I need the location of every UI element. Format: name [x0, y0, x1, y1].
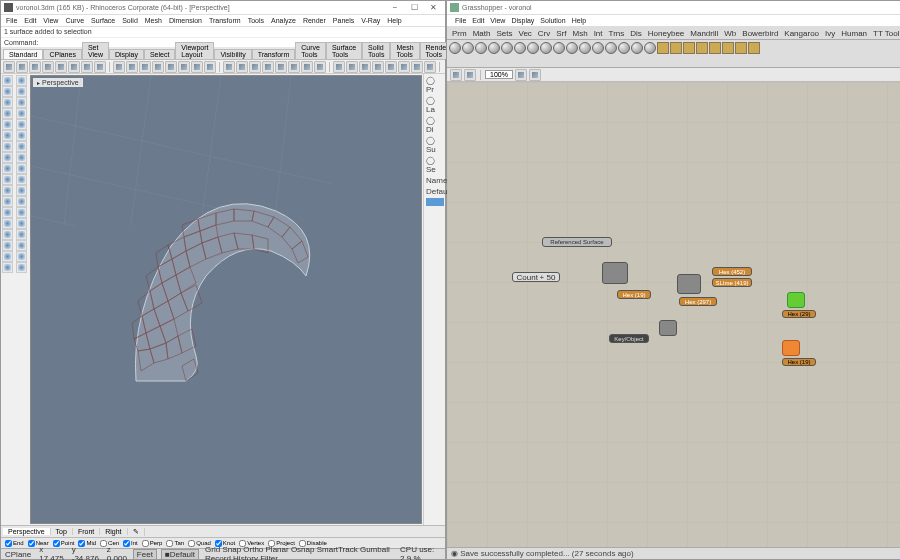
menu-tools[interactable]: Tools: [245, 17, 267, 24]
component-tab[interactable]: Honeybee: [645, 28, 687, 39]
panel-toggle[interactable]: ◯ Su: [426, 136, 443, 154]
node-preview-green[interactable]: [787, 292, 805, 308]
toolbar-tab[interactable]: Display: [109, 49, 144, 59]
component-icon[interactable]: [618, 42, 630, 54]
component-tab[interactable]: Sets: [493, 28, 515, 39]
component-icon[interactable]: [722, 42, 734, 54]
panel-toggle[interactable]: ◯ Se: [426, 156, 443, 174]
gh-canvas[interactable]: Referenced Surface Count + 50 Hex (19) H…: [447, 82, 900, 547]
component-icon[interactable]: [748, 42, 760, 54]
tool-icon[interactable]: [2, 262, 13, 273]
tool-icon[interactable]: [2, 207, 13, 218]
node-key-object[interactable]: Key/Object: [609, 334, 649, 343]
component-tab[interactable]: Msh: [570, 28, 591, 39]
tool-icon[interactable]: [16, 185, 27, 196]
tool-icon[interactable]: [2, 218, 13, 229]
panel-toggle[interactable]: ◯ La: [426, 96, 443, 114]
toolbar-icon[interactable]: [398, 61, 410, 73]
node-referenced-surface[interactable]: Referenced Surface: [542, 237, 612, 247]
component-tab[interactable]: Int: [591, 28, 606, 39]
component-tab[interactable]: Math: [470, 28, 494, 39]
tool-icon[interactable]: [16, 218, 27, 229]
component-icon[interactable]: [449, 42, 461, 54]
toolbar-icon[interactable]: [385, 61, 397, 73]
viewport-tab[interactable]: Perspective: [3, 528, 51, 535]
tool-icon[interactable]: [2, 229, 13, 240]
component-icon[interactable]: [631, 42, 643, 54]
component-icon[interactable]: [592, 42, 604, 54]
toolbar-icon[interactable]: [275, 61, 287, 73]
node-voronoi[interactable]: [677, 274, 701, 294]
component-tab[interactable]: Prm: [449, 28, 470, 39]
menu-help[interactable]: Help: [569, 17, 589, 24]
tool-icon[interactable]: [16, 108, 27, 119]
tool-icon[interactable]: [16, 251, 27, 262]
tool-icon[interactable]: [2, 240, 13, 251]
menu-mesh[interactable]: Mesh: [142, 17, 165, 24]
component-icon[interactable]: [553, 42, 565, 54]
tool-icon[interactable]: [16, 130, 27, 141]
component-tab[interactable]: Dis: [627, 28, 645, 39]
maximize-button[interactable]: ☐: [405, 3, 423, 13]
menu-solution[interactable]: Solution: [537, 17, 568, 24]
viewport-tab[interactable]: Top: [51, 528, 73, 535]
add-viewport-icon[interactable]: ✎: [128, 528, 145, 536]
component-icon[interactable]: [670, 42, 682, 54]
osnap-perp[interactable]: Perp: [140, 540, 165, 547]
menu-transform[interactable]: Transform: [206, 17, 244, 24]
component-tab[interactable]: Human: [838, 28, 870, 39]
viewport-tab[interactable]: Front: [73, 528, 100, 535]
toolbar-icon[interactable]: [42, 61, 54, 73]
tool-icon[interactable]: [2, 108, 13, 119]
open-icon[interactable]: [464, 69, 476, 81]
node-panel-r2[interactable]: Hex (19): [782, 358, 816, 366]
menu-edit[interactable]: Edit: [469, 17, 487, 24]
component-icon[interactable]: [735, 42, 747, 54]
tool-icon[interactable]: [2, 130, 13, 141]
panel-toggle[interactable]: ◯ Di: [426, 116, 443, 134]
component-icon[interactable]: [605, 42, 617, 54]
menu-file[interactable]: File: [452, 17, 469, 24]
menu-edit[interactable]: Edit: [21, 17, 39, 24]
toolbar-icon[interactable]: [191, 61, 203, 73]
component-icon[interactable]: [462, 42, 474, 54]
toolbar-icon[interactable]: [139, 61, 151, 73]
menu-dimension[interactable]: Dimension: [166, 17, 205, 24]
component-tab[interactable]: Kangaroo: [781, 28, 822, 39]
tool-icon[interactable]: [16, 119, 27, 130]
tool-icon[interactable]: [16, 229, 27, 240]
toolbar-tab[interactable]: Mesh Tools: [390, 42, 419, 59]
component-icon[interactable]: [683, 42, 695, 54]
toolbar-icon[interactable]: [288, 61, 300, 73]
toolbar-icon[interactable]: [68, 61, 80, 73]
component-icon[interactable]: [579, 42, 591, 54]
tool-icon[interactable]: [16, 196, 27, 207]
save-icon[interactable]: [450, 69, 462, 81]
component-icon[interactable]: [501, 42, 513, 54]
preview-icon[interactable]: [515, 69, 527, 81]
tool-icon[interactable]: [2, 185, 13, 196]
menu-view[interactable]: View: [40, 17, 61, 24]
status-units[interactable]: Feet: [133, 549, 157, 560]
tool-icon[interactable]: [16, 262, 27, 273]
menu-help[interactable]: Help: [384, 17, 404, 24]
toolbar-icon[interactable]: [424, 61, 436, 73]
component-tab[interactable]: Vec: [515, 28, 534, 39]
toolbar-icon[interactable]: [178, 61, 190, 73]
toolbar-icon[interactable]: [346, 61, 358, 73]
toolbar-tab[interactable]: Transform: [252, 49, 296, 59]
voronoi-surface[interactable]: [126, 191, 336, 391]
status-layer[interactable]: ■Default: [161, 549, 199, 560]
node-component-mid[interactable]: [659, 320, 677, 336]
toolbar-tab[interactable]: Viewport Layout: [175, 42, 214, 59]
tool-icon[interactable]: [16, 86, 27, 97]
node-panel-3[interactable]: Hex (452): [712, 267, 752, 276]
tool-icon[interactable]: [2, 196, 13, 207]
toolbar-icon[interactable]: [249, 61, 261, 73]
component-icon[interactable]: [488, 42, 500, 54]
node-populate[interactable]: [602, 262, 628, 284]
component-icon[interactable]: [527, 42, 539, 54]
toolbar-tab[interactable]: Select: [144, 49, 175, 59]
toolbar-icon[interactable]: [94, 61, 106, 73]
toolbar-icon[interactable]: [372, 61, 384, 73]
